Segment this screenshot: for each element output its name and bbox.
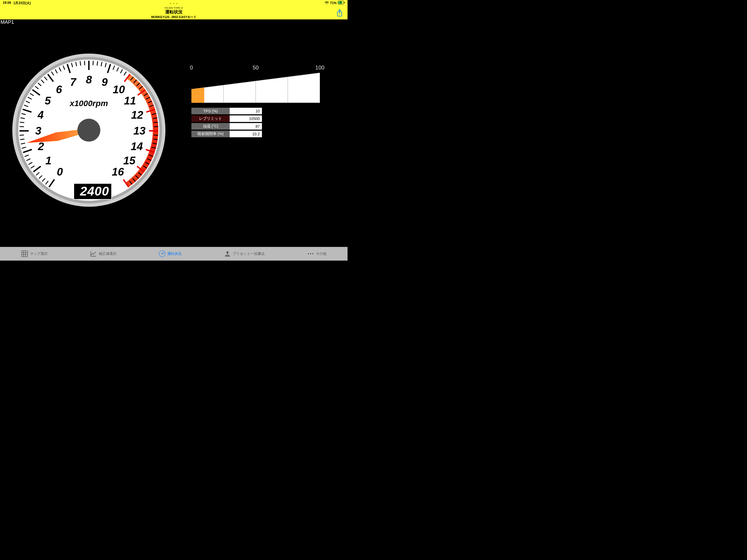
tab-label: 運転状況	[168, 251, 182, 256]
gauge-number: 10	[113, 83, 125, 96]
gauge-number: 7	[70, 76, 76, 88]
svg-line-21	[20, 135, 24, 135]
tab-label: プリセット一括書込	[233, 251, 265, 256]
header-subtitle: MONKEY125_JB02 EASYモード	[151, 15, 196, 19]
tps-tick: 100	[315, 65, 324, 71]
tps-tick: 50	[253, 65, 259, 71]
header-brand: FICON TYPE-X	[151, 6, 196, 9]
tab-upload[interactable]: プリセット一括書込	[224, 250, 265, 257]
gauge-number: 2	[38, 140, 44, 153]
tachometer-gauge: x1000rpm 012345678910111213141516 2400	[9, 51, 168, 209]
app-header: ● ● ● FICON TYPE-X 運転状況 MONKEY125_JB02 E…	[0, 6, 347, 19]
svg-marker-94	[191, 87, 204, 103]
chart-icon	[90, 250, 97, 257]
svg-line-49	[97, 61, 98, 66]
gauge-number: 3	[35, 125, 41, 137]
tab-label: マップ選択	[30, 251, 48, 256]
svg-line-46	[84, 61, 85, 65]
readout-row: TPS (%)10	[191, 108, 262, 114]
svg-line-73	[154, 135, 158, 135]
gauge-number: 11	[124, 95, 136, 107]
gauge-number: 14	[131, 140, 143, 153]
readout-value: 10.2	[230, 131, 262, 137]
svg-line-71	[154, 127, 158, 127]
gauge-number: 13	[133, 125, 146, 137]
readout-row: 油温 (°C)87	[191, 123, 262, 130]
readout-table: TPS (%)10レブリミット10500油温 (°C)87噴射開閉率 (%)10…	[191, 108, 262, 137]
svg-line-24	[20, 122, 24, 123]
readout-label: 油温 (°C)	[191, 123, 230, 130]
upload-icon	[224, 250, 231, 257]
readout-row: 噴射開閉率 (%)10.2	[191, 131, 262, 137]
svg-point-89	[77, 119, 100, 142]
gauge-number: 5	[45, 95, 51, 107]
gauge-number: 4	[37, 109, 44, 121]
svg-point-100	[312, 253, 313, 254]
readout-value: 87	[230, 123, 262, 130]
readout-value: 10500	[230, 116, 262, 122]
tps-bar	[191, 73, 320, 103]
gauge-number: 6	[56, 83, 62, 96]
gauge-icon	[159, 250, 166, 257]
readout-label: レブリミット	[191, 116, 230, 122]
tab-label: その他	[316, 251, 327, 256]
readout-label: TPS (%)	[191, 108, 230, 114]
tab-bar: マップ選択補正値選択運転状況プリセット一括書込その他	[0, 247, 347, 261]
gauge-number: 16	[112, 166, 124, 178]
rpm-digital-readout: 2400	[74, 183, 112, 200]
dots-icon	[307, 250, 314, 257]
svg-line-23	[19, 127, 24, 127]
svg-line-70	[153, 122, 158, 123]
readout-row: レブリミット10500	[191, 116, 262, 122]
gauge-number: 1	[45, 154, 51, 167]
readout-label: 噴射開閉率 (%)	[191, 131, 230, 137]
app-handle-dots[interactable]: ● ● ●	[0, 2, 347, 5]
tab-gauge[interactable]: 運転状況	[159, 250, 182, 257]
grid-icon	[21, 250, 28, 257]
gauge-number: 15	[123, 154, 136, 167]
tps-bar-scale: 050100	[191, 65, 331, 73]
svg-line-97	[162, 252, 164, 254]
tab-label: 補正値選択	[99, 251, 117, 256]
gauge-number: 8	[86, 74, 92, 86]
tab-dots[interactable]: その他	[307, 250, 327, 257]
tps-tick: 0	[190, 65, 193, 71]
gauge-number: 0	[57, 166, 63, 178]
gauge-number: 9	[101, 76, 107, 88]
svg-line-48	[93, 61, 93, 65]
svg-point-98	[308, 253, 309, 254]
share-button[interactable]	[337, 9, 343, 17]
svg-point-99	[310, 253, 311, 254]
gauge-number: 12	[131, 109, 143, 121]
tab-chart[interactable]: 補正値選択	[90, 250, 117, 257]
page-title: 運転状況	[151, 9, 196, 15]
readout-value: 10	[230, 108, 262, 114]
svg-line-45	[80, 61, 81, 66]
gauge-unit-label: x1000rpm	[70, 99, 108, 108]
tab-grid[interactable]: マップ選択	[21, 250, 48, 257]
